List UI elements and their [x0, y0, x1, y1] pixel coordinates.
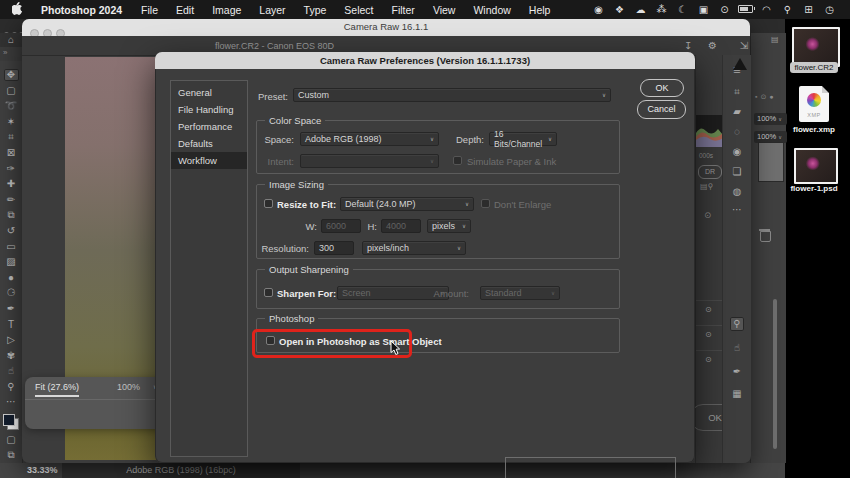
sparkle-icon[interactable]: ⁂: [651, 4, 672, 15]
eraser-tool-icon[interactable]: ▭: [4, 241, 19, 253]
custom-shape-tool-icon[interactable]: ✾: [4, 350, 19, 362]
resize-preset-dropdown[interactable]: Default (24.0 MP) ∨: [340, 197, 474, 211]
desktop-file-flower-xmp-label[interactable]: flower.xmp: [786, 125, 842, 134]
menu-image[interactable]: Image: [203, 4, 250, 16]
blend-icon[interactable]: ◍: [723, 186, 751, 197]
layer-thumbnail[interactable]: [758, 142, 784, 182]
dodge-tool-icon[interactable]: ⚆: [4, 287, 19, 299]
desktop-file-flower-xmp-icon[interactable]: XMP: [799, 86, 829, 122]
foreground-color-swatch[interactable]: [3, 414, 15, 426]
zoom-100-tab[interactable]: 100%: [117, 382, 140, 392]
app-menu[interactable]: Photoshop 2024: [31, 4, 132, 16]
battery-icon[interactable]: [735, 4, 756, 15]
menu-select[interactable]: Select: [335, 4, 382, 16]
apple-menu[interactable]: [0, 2, 31, 17]
moon-icon[interactable]: ☾: [672, 4, 693, 15]
gear-icon[interactable]: ⚙: [708, 40, 717, 51]
sharpen-for-checkbox[interactable]: [264, 288, 273, 297]
menu-view[interactable]: View: [424, 4, 465, 16]
delete-layer-icon[interactable]: [760, 231, 771, 242]
marquee-tool-icon[interactable]: ▢: [4, 85, 19, 97]
move-tool-icon[interactable]: ✥: [4, 69, 19, 81]
wifi-icon[interactable]: ◠: [756, 4, 777, 15]
hand-tool-icon[interactable]: ☝: [4, 365, 19, 377]
depth-dropdown[interactable]: 16 Bits/Channel ∨: [489, 132, 557, 146]
desktop-file-flower-cr2-label[interactable]: flower.CR2: [790, 62, 838, 73]
sidebar-item-file-handling[interactable]: File Handling: [171, 101, 247, 118]
clone-stamp-tool-icon[interactable]: ⧉: [4, 209, 19, 221]
record-icon[interactable]: ◉: [588, 4, 609, 15]
more-icon[interactable]: ⋯: [723, 204, 751, 215]
play-icon[interactable]: ⊙: [714, 4, 735, 15]
crop-icon[interactable]: ⌗: [723, 86, 751, 98]
sidebar-item-defaults[interactable]: Defaults: [171, 135, 247, 152]
toolbar-collapse-chevrons[interactable]: »: [3, 48, 7, 57]
white-balance-eyedropper-icon[interactable]: ✒: [723, 366, 751, 377]
history-brush-tool-icon[interactable]: ↺: [4, 225, 19, 237]
hdr-button-sliver[interactable]: DR: [698, 165, 722, 179]
panel-section-eye[interactable]: ⊙: [696, 325, 723, 350]
zoom-tool-icon[interactable]: ⚲: [4, 381, 19, 393]
healing-icon[interactable]: ▰: [723, 106, 751, 117]
quick-mask-icon[interactable]: ▢: [4, 434, 19, 446]
menu-edit[interactable]: Edit: [167, 4, 203, 16]
hand-tool-icon[interactable]: ☝: [723, 342, 751, 353]
menu-layer[interactable]: Layer: [250, 4, 294, 16]
preset-dropdown[interactable]: Custom ∨: [293, 88, 611, 102]
zoom-tool-icon[interactable]: ⚲: [730, 317, 744, 331]
brush-tool-icon[interactable]: ✏: [4, 194, 19, 206]
size-unit-dropdown[interactable]: pixels ∨: [427, 219, 471, 233]
red-eye-icon[interactable]: ◉: [723, 146, 751, 157]
presets-icon[interactable]: ❏: [723, 166, 751, 177]
panel-scrollbar[interactable]: [773, 299, 777, 449]
menu-window[interactable]: Window: [464, 4, 519, 16]
spotlight-icon[interactable]: ⚲: [777, 4, 798, 15]
color-profile-status[interactable]: Adobe RGB (1998) (16bpc): [62, 463, 300, 478]
zoom-fit-tab[interactable]: Fit (27.6%): [35, 382, 79, 397]
display-icon[interactable]: ▣: [693, 4, 714, 15]
sidebar-item-performance[interactable]: Performance: [171, 118, 247, 135]
creative-cloud-icon[interactable]: ☁: [630, 4, 651, 15]
zoom-level-field[interactable]: 33.33%: [27, 465, 58, 475]
menu-help[interactable]: Help: [520, 4, 560, 16]
space-dropdown[interactable]: Adobe RGB (1998) ∨: [300, 132, 439, 146]
eye-icon[interactable]: ⊙: [704, 210, 711, 220]
eyedropper-tool-icon[interactable]: ✑: [4, 163, 19, 175]
panel-menu-icon[interactable]: ▤: [771, 35, 779, 44]
control-center-icon[interactable]: ⊞: [798, 4, 819, 15]
cancel-button[interactable]: Cancel: [637, 100, 686, 119]
ok-button[interactable]: OK: [640, 79, 684, 97]
opacity-dropdown[interactable]: 100%∨: [754, 113, 787, 125]
screen-mode-icon[interactable]: ⧉: [4, 449, 19, 461]
crop-tool-icon[interactable]: ⌗: [4, 131, 19, 143]
color-swatches[interactable]: [3, 414, 19, 430]
desktop-file-flower-1-psd-thumbnail[interactable]: [794, 148, 838, 184]
menu-filter[interactable]: Filter: [383, 4, 424, 16]
gradient-tool-icon[interactable]: ▨: [4, 256, 19, 268]
blur-tool-icon[interactable]: ●: [4, 272, 19, 284]
desktop-file-flower-cr2-thumbnail[interactable]: [792, 27, 840, 67]
sidebar-item-workflow[interactable]: Workflow: [171, 152, 247, 169]
menu-type[interactable]: Type: [295, 4, 336, 16]
clock-icon[interactable]: ◷: [819, 4, 840, 15]
home-screen-button[interactable]: ⌂: [0, 33, 22, 47]
resolution-unit-dropdown[interactable]: pixels/inch ∨: [362, 241, 466, 255]
fullscreen-expand-icon[interactable]: ⇲: [730, 40, 758, 51]
panel-section-eye[interactable]: ⊙: [696, 350, 723, 375]
lasso-tool-icon[interactable]: ➰: [4, 100, 19, 112]
frame-tool-icon[interactable]: ⊠: [4, 147, 19, 159]
grid-overlay-icon[interactable]: ▦: [723, 388, 751, 399]
open-as-smart-object-checkbox[interactable]: [266, 336, 275, 345]
save-image-icon[interactable]: ↧: [684, 40, 692, 51]
menu-file[interactable]: File: [132, 4, 167, 16]
desktop-file-flower-1-psd-label[interactable]: flower-1.psd: [784, 184, 844, 193]
masking-icon[interactable]: ◌: [723, 126, 751, 137]
path-select-tool-icon[interactable]: ▷: [4, 334, 19, 346]
resize-to-fit-checkbox[interactable]: [264, 199, 273, 208]
type-tool-icon[interactable]: T: [4, 319, 19, 331]
resolution-field[interactable]: 300: [314, 241, 354, 255]
panel-section-eye[interactable]: ⊙: [696, 300, 723, 325]
healing-brush-tool-icon[interactable]: ✚: [4, 178, 19, 190]
pen-tool-icon[interactable]: ✒: [4, 303, 19, 315]
magic-wand-tool-icon[interactable]: ✶: [4, 116, 19, 128]
